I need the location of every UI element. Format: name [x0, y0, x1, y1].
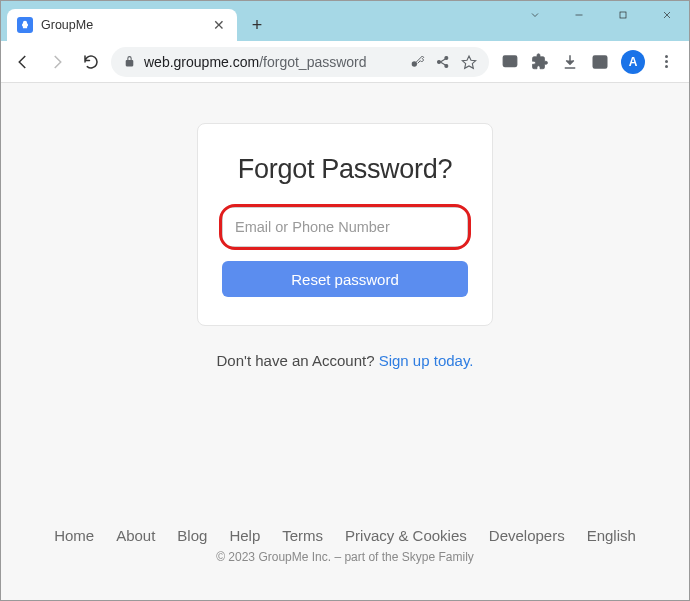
footer: Home About Blog Help Terms Privacy & Coo… [1, 527, 689, 564]
svg-point-6 [445, 56, 448, 59]
new-tab-button[interactable]: + [243, 11, 271, 39]
footer-link-language[interactable]: English [587, 527, 636, 544]
copyright-text: © 2023 GroupMe Inc. – part of the Skype … [216, 550, 474, 564]
signup-link[interactable]: Sign up today. [379, 352, 474, 369]
nav-forward-button[interactable] [43, 48, 71, 76]
url-text: web.groupme.com/forgot_password [144, 54, 401, 70]
chrome-menu-button[interactable] [657, 53, 675, 71]
footer-link-developers[interactable]: Developers [489, 527, 565, 544]
svg-rect-10 [506, 58, 515, 64]
window-dropdown[interactable] [513, 1, 557, 29]
sidepanel-icon[interactable] [591, 53, 609, 71]
footer-link-about[interactable]: About [116, 527, 155, 544]
lock-icon [123, 55, 136, 68]
browser-toolbar: web.groupme.com/forgot_password [1, 41, 689, 83]
svg-rect-11 [593, 56, 607, 68]
email-phone-input-wrap [222, 207, 468, 247]
tab-close-button[interactable]: ✕ [211, 17, 227, 33]
svg-rect-1 [620, 12, 626, 18]
reset-password-button[interactable]: Reset password [222, 261, 468, 297]
nav-reload-button[interactable] [77, 48, 105, 76]
groupme-favicon [17, 17, 33, 33]
toolbar-right-icons: A [495, 50, 681, 74]
extensions-icon[interactable] [531, 53, 549, 71]
window-titlebar: GroupMe ✕ + [1, 1, 689, 41]
avatar-initial: A [629, 55, 638, 69]
footer-link-blog[interactable]: Blog [177, 527, 207, 544]
downloads-icon[interactable] [561, 53, 579, 71]
share-icon[interactable] [435, 54, 451, 70]
window-maximize[interactable] [601, 1, 645, 29]
svg-point-5 [438, 60, 441, 63]
tab-strip: GroupMe ✕ + [1, 1, 271, 41]
key-icon[interactable] [409, 54, 425, 70]
email-phone-input[interactable] [222, 207, 468, 247]
window-close[interactable] [645, 1, 689, 29]
footer-links: Home About Blog Help Terms Privacy & Coo… [54, 527, 636, 544]
browser-tab[interactable]: GroupMe ✕ [7, 9, 237, 41]
page-heading: Forgot Password? [238, 154, 452, 185]
signup-prompt-line: Don't have an Account? Sign up today. [217, 352, 474, 369]
footer-link-privacy[interactable]: Privacy & Cookies [345, 527, 467, 544]
page-content: Forgot Password? Reset password Don't ha… [1, 83, 689, 600]
svg-point-7 [445, 64, 448, 67]
address-bar[interactable]: web.groupme.com/forgot_password [111, 47, 489, 77]
urlbar-actions [409, 54, 477, 70]
svg-marker-8 [462, 56, 475, 68]
translate-icon[interactable] [501, 53, 519, 71]
footer-link-help[interactable]: Help [229, 527, 260, 544]
footer-link-terms[interactable]: Terms [282, 527, 323, 544]
forgot-password-card: Forgot Password? Reset password [197, 123, 493, 326]
footer-link-home[interactable]: Home [54, 527, 94, 544]
tab-title: GroupMe [41, 18, 203, 32]
profile-avatar[interactable]: A [621, 50, 645, 74]
window-controls [513, 1, 689, 29]
signup-prompt-text: Don't have an Account? [217, 352, 379, 369]
url-host: web.groupme.com [144, 54, 259, 70]
bookmark-star-icon[interactable] [461, 54, 477, 70]
nav-back-button[interactable] [9, 48, 37, 76]
url-path: /forgot_password [259, 54, 366, 70]
window-minimize[interactable] [557, 1, 601, 29]
